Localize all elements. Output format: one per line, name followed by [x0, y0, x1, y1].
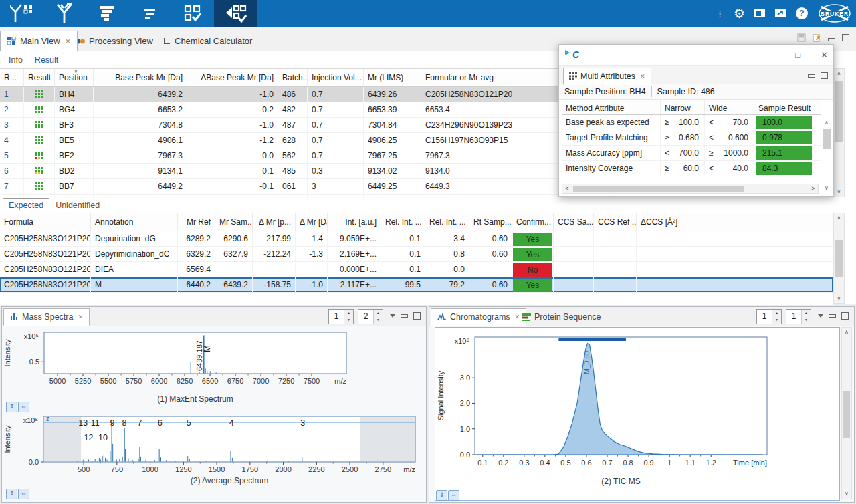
- spinner-up-icon[interactable]: ▲: [344, 310, 353, 317]
- column-header[interactable]: ΔCCS [Å²]: [637, 213, 683, 231]
- chromatogram-row-spinner[interactable]: 1▲▼: [756, 309, 782, 324]
- scroll-thumb[interactable]: [823, 129, 831, 149]
- window-close-icon[interactable]: ✕: [821, 50, 828, 60]
- attributes-hscroll[interactable]: < >: [562, 184, 819, 194]
- stacked-bars-large-button[interactable]: [86, 0, 128, 27]
- attribute-row[interactable]: Target Profile Matching≥0.680<0.6000.978: [562, 130, 821, 146]
- spinner-up-icon[interactable]: ▲: [772, 310, 781, 317]
- view-menu-icon[interactable]: [818, 314, 823, 318]
- column-header[interactable]: Mr (LIMS): [364, 69, 421, 86]
- view-minimize-icon[interactable]: [829, 314, 836, 318]
- tab-protein-sequence[interactable]: Protein Sequence: [516, 308, 607, 326]
- scroll-down-arrow[interactable]: ∨: [834, 294, 844, 303]
- spinner-down-icon[interactable]: ▼: [772, 317, 781, 324]
- tab-chemical-calculator[interactable]: Chemical Calculator: [156, 31, 259, 51]
- scroll-thumb[interactable]: [835, 81, 843, 142]
- column-header[interactable]: R...: [0, 69, 24, 86]
- spinner-down-icon[interactable]: ▼: [802, 317, 811, 324]
- spinner-down-icon[interactable]: ▼: [344, 317, 353, 324]
- grid-arrow-check-button[interactable]: [214, 0, 257, 27]
- expected-table-scrollbar[interactable]: ∧ ∨: [833, 213, 845, 304]
- scroll-right-arrow[interactable]: >: [809, 184, 818, 193]
- scroll-down-arrow[interactable]: ∨: [821, 184, 832, 193]
- spectrum-row-spinner[interactable]: 1▲▼: [328, 309, 354, 324]
- tab-chromatograms[interactable]: Chromatograms ✕: [431, 308, 526, 326]
- scroll-thumb[interactable]: [843, 391, 850, 438]
- column-header[interactable]: Int. [a.u.]: [328, 213, 381, 231]
- attribute-row[interactable]: Intensity Coverage≥60.0<40.084.3: [562, 161, 821, 176]
- help-icon[interactable]: ?: [795, 7, 809, 20]
- zoom-horizontal-button[interactable]: ⇔: [18, 489, 29, 499]
- spinner-up-icon[interactable]: ▲: [374, 310, 383, 317]
- tab-processing-view[interactable]: Processing View: [69, 31, 160, 51]
- column-header[interactable]: Rel. Int. ...: [425, 213, 469, 231]
- tab-multi-attributes[interactable]: Multi Attributes ✕: [563, 68, 651, 85]
- spinner-up-icon[interactable]: ▲: [802, 310, 811, 317]
- export-icon[interactable]: [813, 33, 821, 42]
- antibody-icon-button[interactable]: [43, 0, 86, 27]
- attribute-row[interactable]: Mass Accuracy [ppm]<700.0≥1000.0215.1: [562, 146, 821, 161]
- panel-icon[interactable]: [754, 9, 766, 18]
- chromatogram-col-spinner[interactable]: 1▲▼: [786, 309, 811, 324]
- tab-mass-spectra[interactable]: Mass Spectra ✕: [3, 308, 90, 326]
- scroll-up-arrow[interactable]: ∧: [834, 69, 844, 78]
- spectrum-col-spinner[interactable]: 2▲▼: [358, 309, 383, 324]
- view-minimize-icon[interactable]: [401, 314, 408, 318]
- view-menu-icon[interactable]: [390, 314, 395, 318]
- table-row[interactable]: C205H258N83O121P20DIEA6569.40.000E+...0.…: [0, 262, 833, 277]
- attributes-vscroll[interactable]: ∧ ∨: [821, 118, 832, 193]
- column-header[interactable]: Rel. Int. ...: [381, 213, 425, 231]
- spinner-down-icon[interactable]: ▼: [374, 317, 383, 324]
- column-header[interactable]: Sample Result: [754, 100, 813, 114]
- window-title-bar[interactable]: C — □ ✕: [559, 45, 833, 66]
- column-header[interactable]: Injection Vol...: [308, 69, 364, 86]
- scroll-up-arrow[interactable]: ∧: [834, 213, 844, 223]
- close-icon[interactable]: ✕: [78, 313, 83, 320]
- scroll-down-arrow[interactable]: ∨: [842, 489, 851, 499]
- column-header[interactable]: Position∨: [55, 69, 94, 86]
- tab-main-view[interactable]: Main View ✕: [0, 31, 78, 51]
- table-row[interactable]: C205H258N83O121P20M6440.26439.2-158.75-1…: [0, 277, 833, 293]
- column-header[interactable]: Formula: [0, 213, 91, 231]
- minimize-icon[interactable]: [828, 38, 835, 41]
- average-spectrum-chart[interactable]: 50075010001250150017502000225025002750m/…: [2, 412, 427, 499]
- scroll-up-arrow[interactable]: ∧: [842, 328, 851, 337]
- column-header[interactable]: Wide: [705, 100, 754, 114]
- share-icon[interactable]: [774, 9, 786, 18]
- scroll-thumb[interactable]: [573, 186, 744, 192]
- maxent-spectrum-chart[interactable]: 5000525055005750600062506500675070007250…: [2, 327, 427, 412]
- zoom-vertical-button[interactable]: ⇕: [6, 402, 17, 412]
- column-header[interactable]: Base Peak Mr [Da]: [94, 69, 187, 86]
- view-maximize-icon[interactable]: [821, 72, 828, 79]
- window-maximize-icon[interactable]: □: [795, 50, 800, 60]
- column-header[interactable]: Method Attribute: [562, 100, 661, 114]
- close-icon[interactable]: ✕: [66, 38, 71, 45]
- scroll-thumb[interactable]: [835, 240, 843, 277]
- close-icon[interactable]: ✕: [640, 73, 645, 80]
- scroll-left-arrow[interactable]: <: [562, 184, 572, 193]
- scroll-down-arrow[interactable]: ∨: [834, 187, 844, 197]
- scroll-up-arrow[interactable]: ∧: [821, 118, 832, 128]
- column-header[interactable]: CCS Sa...: [554, 213, 594, 231]
- chromatogram-scrollbar[interactable]: ∧ ∨: [841, 327, 852, 499]
- grid-check-button[interactable]: [171, 0, 214, 27]
- stacked-bars-small-button[interactable]: [128, 0, 171, 27]
- column-header[interactable]: Δ Mr [Da]: [296, 213, 328, 231]
- tab-expected[interactable]: Expected: [3, 198, 49, 213]
- antibody-grid-icon-button[interactable]: [0, 0, 43, 27]
- view-minimize-icon[interactable]: [808, 74, 815, 78]
- column-header[interactable]: ΔBase Peak Mr [Da]: [187, 69, 278, 86]
- table-row[interactable]: C205H258N83O121P20Depyrimidination_dC632…: [0, 247, 833, 262]
- maximize-icon[interactable]: [842, 34, 849, 41]
- overflow-dots-icon[interactable]: ⋮: [716, 9, 725, 18]
- column-header[interactable]: Mr Sam...: [215, 213, 253, 231]
- save-icon[interactable]: [797, 33, 806, 42]
- column-header[interactable]: Δ Mr [p...: [253, 213, 296, 231]
- attribute-row[interactable]: Base peak as expected≥100.0<70.0100.0: [562, 115, 821, 130]
- zoom-horizontal-button[interactable]: ⇔: [448, 490, 459, 501]
- gear-icon[interactable]: ⚙: [734, 7, 745, 20]
- column-header[interactable]: Batch...: [278, 69, 308, 86]
- tab-info[interactable]: Info: [3, 53, 29, 68]
- zoom-vertical-button[interactable]: ⇕: [436, 490, 447, 501]
- results-table-scrollbar[interactable]: ∧ ∨: [833, 68, 845, 197]
